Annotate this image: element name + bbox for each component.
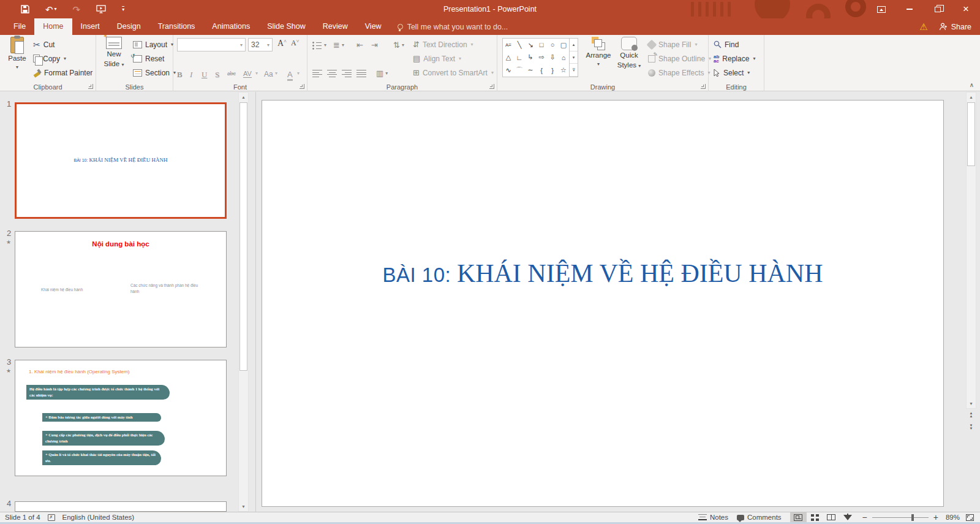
tab-slide-show[interactable]: Slide Show: [258, 18, 314, 35]
shape-effects-button[interactable]: Shape Effects ▾: [648, 66, 710, 79]
normal-view-button[interactable]: [790, 512, 807, 523]
underline-button[interactable]: U: [202, 70, 207, 80]
bullets-button[interactable]: ▾: [312, 39, 326, 51]
shape-rectangle[interactable]: □: [536, 39, 547, 51]
thumbnail-scrollbar-thumb[interactable]: [239, 102, 247, 371]
paste-dropdown[interactable]: ▾: [16, 64, 18, 70]
slide-3-thumbnail[interactable]: 1. Khái niệm hệ điều hành (Operating Sys…: [15, 360, 227, 476]
tab-view[interactable]: View: [356, 18, 390, 35]
slide-2-thumbnail[interactable]: Nội dung bài học Khái niệm hệ điều hành …: [15, 231, 227, 347]
paragraph-dialog-launcher[interactable]: [489, 84, 494, 89]
shape-oval[interactable]: ○: [547, 39, 558, 51]
align-text-button[interactable]: ▤ Align Text ▾: [413, 52, 461, 65]
customize-qat-button[interactable]: ▾: [122, 6, 124, 12]
main-scrollbar[interactable]: ▲ ▼: [966, 92, 976, 409]
shape-left-brace[interactable]: {: [536, 64, 547, 77]
gallery-up-button[interactable]: ▴: [570, 39, 578, 51]
change-case-dropdown[interactable]: ▾: [275, 70, 277, 76]
tab-design[interactable]: Design: [108, 18, 149, 35]
zoom-in-button[interactable]: +: [933, 512, 938, 522]
strikethrough-button[interactable]: abc: [227, 70, 236, 77]
shape-triangle[interactable]: △: [503, 51, 514, 64]
text-shadow-button[interactable]: S: [215, 70, 219, 80]
replace-button[interactable]: abac Replace ▾: [714, 52, 755, 65]
shape-rounded-rectangle[interactable]: ▢: [558, 39, 569, 51]
slide-sorter-view-button[interactable]: [807, 512, 823, 523]
shape-down-arrow[interactable]: ⇩: [547, 51, 558, 64]
spell-check-icon[interactable]: ✗: [48, 514, 55, 521]
main-scroll-up-button[interactable]: ▲: [967, 93, 976, 102]
convert-to-smartart-button[interactable]: ⊞ Convert to SmartArt ▾: [413, 66, 494, 79]
shape-star[interactable]: ☆: [558, 64, 569, 77]
slide-1-thumbnail[interactable]: BÀI 10: KHÁI NIỆM VỀ HỆ ĐIỀU HÀNH: [15, 102, 227, 219]
new-slide-button[interactable]: New Slide ▾: [100, 37, 128, 69]
zoom-slider[interactable]: [872, 517, 929, 518]
comments-button[interactable]: Comments: [737, 514, 782, 521]
tab-insert[interactable]: Insert: [72, 18, 108, 35]
restore-button[interactable]: [924, 0, 952, 18]
tab-animations[interactable]: Animations: [203, 18, 258, 35]
tab-review[interactable]: Review: [314, 18, 356, 35]
arrange-button[interactable]: Arrange ▾: [583, 37, 614, 67]
shape-elbow-arrow[interactable]: ↳: [525, 51, 536, 64]
reset-button[interactable]: Reset: [133, 52, 164, 65]
copy-button[interactable]: Copy ▾: [33, 52, 66, 65]
character-spacing-button[interactable]: AV: [243, 70, 252, 78]
italic-button[interactable]: I: [190, 70, 192, 80]
previous-slide-button[interactable]: ▲▲: [967, 412, 976, 418]
slide-show-button[interactable]: [840, 512, 856, 523]
drawing-dialog-launcher[interactable]: [701, 84, 706, 89]
zoom-level[interactable]: 89%: [946, 514, 960, 521]
shape-arc[interactable]: ⌒: [514, 64, 525, 77]
ribbon-display-options-button[interactable]: [867, 0, 895, 18]
paste-button[interactable]: Paste ▾: [5, 37, 29, 70]
thumbnail-scroll-down-button[interactable]: ▼: [239, 502, 248, 511]
shape-outline-button[interactable]: Shape Outline ▾: [648, 52, 711, 65]
shape-flowchart[interactable]: ⌂: [558, 51, 569, 64]
select-button[interactable]: Select ▾: [714, 66, 750, 79]
shape-fill-button[interactable]: Shape Fill ▾: [648, 38, 697, 51]
slide-title-text[interactable]: BÀI 10: KHÁI NIỆM VỀ HỆ ĐIỀU HÀNH: [262, 259, 943, 288]
thumbnail-scrollbar[interactable]: ▲ ▼: [238, 92, 249, 512]
increase-indent-button[interactable]: ⇥: [371, 39, 378, 51]
fit-to-window-icon[interactable]: [966, 514, 974, 521]
tell-me-box[interactable]: Tell me what you want to do...: [390, 18, 516, 35]
close-button[interactable]: ×: [952, 0, 980, 18]
thumbnail-scroll-up-button[interactable]: ▲: [239, 93, 248, 102]
font-color-dropdown[interactable]: ▾: [297, 70, 300, 76]
shape-right-arrow[interactable]: ⇨: [536, 51, 547, 64]
reading-view-button[interactable]: [823, 512, 840, 523]
align-right-button[interactable]: [342, 67, 352, 80]
align-center-button[interactable]: [327, 67, 337, 80]
quick-styles-button[interactable]: Quick Styles ▾: [615, 37, 643, 70]
shrink-font-button[interactable]: A˅: [291, 39, 299, 48]
font-size-dropdown[interactable]: ▾: [267, 42, 270, 48]
zoom-out-button[interactable]: −: [862, 512, 867, 522]
undo-button[interactable]: ↶ ▾: [45, 5, 57, 14]
font-size-combo[interactable]: 32 ▾: [248, 38, 273, 51]
shape-elbow[interactable]: ∟: [514, 51, 525, 64]
columns-button[interactable]: ▥ ▾: [376, 67, 388, 80]
align-left-button[interactable]: [312, 67, 322, 80]
layout-button[interactable]: Layout ▾: [133, 38, 173, 51]
shape-curve[interactable]: ∼: [525, 64, 536, 77]
copy-dropdown[interactable]: ▾: [64, 56, 66, 61]
gallery-more-button[interactable]: ⊽: [570, 64, 578, 77]
shape-text-box[interactable]: A≡: [503, 39, 514, 51]
redo-button[interactable]: ↷: [73, 5, 81, 14]
save-button[interactable]: [21, 5, 29, 13]
find-button[interactable]: Find: [714, 38, 739, 51]
gallery-down-button[interactable]: ▾: [570, 51, 578, 64]
tab-transitions[interactable]: Transitions: [149, 18, 204, 35]
zoom-slider-handle[interactable]: [911, 514, 914, 521]
character-spacing-dropdown[interactable]: ▾: [255, 70, 258, 76]
minimize-button[interactable]: [895, 0, 924, 18]
text-direction-button[interactable]: ⇵ Text Direction ▾: [413, 38, 473, 51]
justify-button[interactable]: [356, 67, 366, 80]
font-name-dropdown[interactable]: ▾: [240, 42, 243, 48]
shape-right-brace[interactable]: }: [547, 64, 558, 77]
shape-arrow[interactable]: ↘: [525, 39, 536, 51]
main-scroll-down-button[interactable]: ▼: [967, 399, 976, 408]
main-scrollbar-thumb[interactable]: [967, 102, 975, 166]
font-color-button[interactable]: A: [287, 70, 293, 81]
